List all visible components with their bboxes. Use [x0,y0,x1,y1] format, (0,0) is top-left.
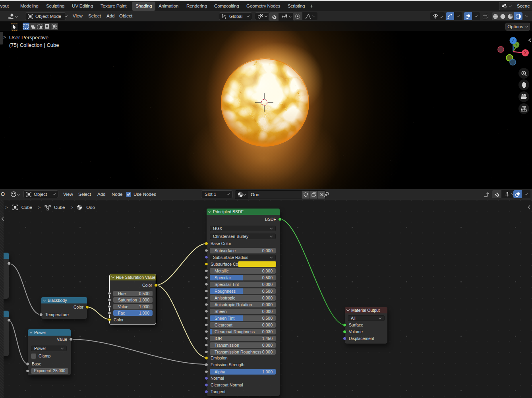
svg-text:Z: Z [512,39,514,43]
svg-text:X: X [524,51,527,55]
